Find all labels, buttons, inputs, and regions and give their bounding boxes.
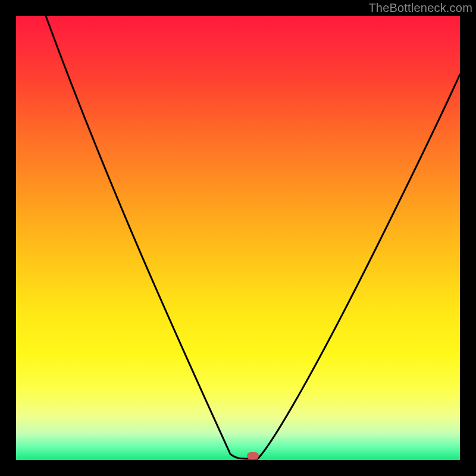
optimal-marker (247, 452, 259, 459)
chart-frame: TheBottleneck.com (0, 0, 476, 476)
watermark-text: TheBottleneck.com (368, 1, 472, 15)
curve-layer (16, 16, 460, 460)
plot-area (16, 16, 460, 460)
bottleneck-curve (46, 16, 460, 459)
